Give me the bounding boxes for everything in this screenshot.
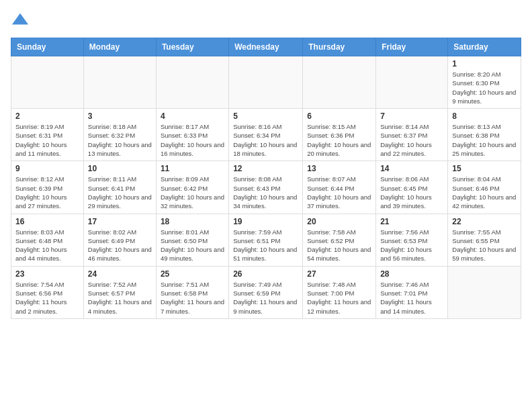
- day-number: 4: [161, 111, 224, 121]
- calendar-week-1: 1Sunrise: 8:20 AMSunset: 6:30 PMDaylight…: [11, 56, 521, 109]
- calendar-cell: 10Sunrise: 8:11 AMSunset: 6:41 PMDayligh…: [83, 161, 156, 214]
- col-header-monday: Monday: [83, 38, 156, 56]
- calendar-cell: 2Sunrise: 8:19 AMSunset: 6:31 PMDaylight…: [11, 109, 84, 161]
- day-number: 24: [88, 269, 152, 279]
- calendar-cell: [11, 56, 84, 109]
- calendar-cell: 19Sunrise: 7:59 AMSunset: 6:51 PMDayligh…: [229, 214, 303, 266]
- day-info: Sunrise: 7:48 AMSunset: 7:00 PMDaylight:…: [307, 280, 371, 316]
- day-number: 28: [380, 269, 443, 279]
- day-number: 5: [233, 111, 298, 121]
- calendar-cell: [303, 56, 376, 109]
- calendar-cell: 14Sunrise: 8:06 AMSunset: 6:45 PMDayligh…: [376, 161, 448, 214]
- day-info: Sunrise: 8:14 AMSunset: 6:37 PMDaylight:…: [380, 122, 443, 158]
- col-header-saturday: Saturday: [448, 38, 521, 56]
- calendar-cell: 8Sunrise: 8:13 AMSunset: 6:38 PMDaylight…: [448, 109, 521, 161]
- day-number: 2: [15, 111, 79, 121]
- day-info: Sunrise: 8:06 AMSunset: 6:45 PMDaylight:…: [380, 175, 443, 210]
- day-number: 8: [452, 111, 517, 121]
- day-number: 18: [161, 217, 224, 226]
- calendar-cell: 22Sunrise: 7:55 AMSunset: 6:55 PMDayligh…: [448, 214, 521, 266]
- calendar-cell: 23Sunrise: 7:54 AMSunset: 6:56 PMDayligh…: [11, 266, 84, 318]
- day-number: 6: [307, 111, 371, 121]
- day-number: 16: [15, 217, 79, 226]
- calendar-cell: 15Sunrise: 8:04 AMSunset: 6:46 PMDayligh…: [448, 161, 521, 214]
- day-info: Sunrise: 7:59 AMSunset: 6:51 PMDaylight:…: [233, 228, 298, 263]
- calendar-week-4: 16Sunrise: 8:03 AMSunset: 6:48 PMDayligh…: [11, 214, 521, 266]
- col-header-sunday: Sunday: [11, 38, 84, 56]
- day-number: 14: [380, 164, 443, 173]
- calendar-cell: 21Sunrise: 7:56 AMSunset: 6:53 PMDayligh…: [376, 214, 448, 266]
- calendar-cell: 6Sunrise: 8:15 AMSunset: 6:36 PMDaylight…: [303, 109, 376, 161]
- calendar-cell: 17Sunrise: 8:02 AMSunset: 6:49 PMDayligh…: [83, 214, 156, 266]
- day-info: Sunrise: 8:07 AMSunset: 6:44 PMDaylight:…: [307, 175, 371, 210]
- calendar-cell: 26Sunrise: 7:49 AMSunset: 6:59 PMDayligh…: [229, 266, 303, 318]
- day-info: Sunrise: 7:56 AMSunset: 6:53 PMDaylight:…: [380, 228, 443, 263]
- calendar-cell: 9Sunrise: 8:12 AMSunset: 6:39 PMDaylight…: [11, 161, 84, 214]
- calendar-header-row: SundayMondayTuesdayWednesdayThursdayFrid…: [11, 38, 521, 56]
- calendar-cell: 16Sunrise: 8:03 AMSunset: 6:48 PMDayligh…: [11, 214, 84, 266]
- col-header-friday: Friday: [376, 38, 448, 56]
- day-info: Sunrise: 8:19 AMSunset: 6:31 PMDaylight:…: [15, 122, 79, 158]
- day-number: 23: [15, 269, 79, 279]
- calendar-week-3: 9Sunrise: 8:12 AMSunset: 6:39 PMDaylight…: [11, 161, 521, 214]
- day-info: Sunrise: 8:15 AMSunset: 6:36 PMDaylight:…: [307, 122, 371, 158]
- day-info: Sunrise: 8:02 AMSunset: 6:49 PMDaylight:…: [88, 228, 152, 263]
- day-info: Sunrise: 7:58 AMSunset: 6:52 PMDaylight:…: [307, 228, 371, 263]
- calendar-cell: 27Sunrise: 7:48 AMSunset: 7:00 PMDayligh…: [303, 266, 376, 318]
- calendar-cell: 12Sunrise: 8:08 AMSunset: 6:43 PMDayligh…: [229, 161, 303, 214]
- day-number: 7: [380, 111, 443, 121]
- day-number: 3: [88, 111, 152, 121]
- calendar-cell: 24Sunrise: 7:52 AMSunset: 6:57 PMDayligh…: [83, 266, 156, 318]
- col-header-wednesday: Wednesday: [229, 38, 303, 56]
- day-number: 26: [233, 269, 298, 279]
- calendar-cell: 13Sunrise: 8:07 AMSunset: 6:44 PMDayligh…: [303, 161, 376, 214]
- calendar-week-2: 2Sunrise: 8:19 AMSunset: 6:31 PMDaylight…: [11, 109, 521, 161]
- day-number: 1: [452, 59, 517, 68]
- day-info: Sunrise: 8:12 AMSunset: 6:39 PMDaylight:…: [15, 175, 79, 210]
- day-info: Sunrise: 7:52 AMSunset: 6:57 PMDaylight:…: [88, 280, 152, 316]
- day-info: Sunrise: 8:01 AMSunset: 6:50 PMDaylight:…: [161, 228, 224, 263]
- day-info: Sunrise: 7:46 AMSunset: 7:01 PMDaylight:…: [380, 280, 443, 316]
- day-info: Sunrise: 8:03 AMSunset: 6:48 PMDaylight:…: [15, 228, 79, 263]
- day-number: 20: [307, 217, 371, 226]
- day-info: Sunrise: 8:04 AMSunset: 6:46 PMDaylight:…: [452, 175, 517, 210]
- col-header-thursday: Thursday: [303, 38, 376, 56]
- day-number: 21: [380, 217, 443, 226]
- day-info: Sunrise: 7:49 AMSunset: 6:59 PMDaylight:…: [233, 280, 298, 316]
- day-info: Sunrise: 8:16 AMSunset: 6:34 PMDaylight:…: [233, 122, 298, 158]
- logo-icon: [11, 11, 30, 30]
- calendar-cell: [376, 56, 448, 109]
- day-info: Sunrise: 7:54 AMSunset: 6:56 PMDaylight:…: [15, 280, 79, 316]
- svg-marker-0: [12, 13, 28, 25]
- day-number: 19: [233, 217, 298, 226]
- day-info: Sunrise: 8:08 AMSunset: 6:43 PMDaylight:…: [233, 175, 298, 210]
- calendar-cell: 11Sunrise: 8:09 AMSunset: 6:42 PMDayligh…: [156, 161, 228, 214]
- day-number: 11: [161, 164, 224, 173]
- calendar-cell: 7Sunrise: 8:14 AMSunset: 6:37 PMDaylight…: [376, 109, 448, 161]
- calendar-cell: 18Sunrise: 8:01 AMSunset: 6:50 PMDayligh…: [156, 214, 228, 266]
- calendar-cell: 5Sunrise: 8:16 AMSunset: 6:34 PMDaylight…: [229, 109, 303, 161]
- calendar-cell: 4Sunrise: 8:17 AMSunset: 6:33 PMDaylight…: [156, 109, 228, 161]
- logo: [11, 11, 32, 30]
- day-info: Sunrise: 7:51 AMSunset: 6:58 PMDaylight:…: [161, 280, 224, 316]
- day-info: Sunrise: 7:55 AMSunset: 6:55 PMDaylight:…: [452, 228, 517, 263]
- calendar-cell: [229, 56, 303, 109]
- calendar-cell: [83, 56, 156, 109]
- day-number: 25: [161, 269, 224, 279]
- calendar-cell: 1Sunrise: 8:20 AMSunset: 6:30 PMDaylight…: [448, 56, 521, 109]
- calendar-cell: 25Sunrise: 7:51 AMSunset: 6:58 PMDayligh…: [156, 266, 228, 318]
- day-number: 27: [307, 269, 371, 279]
- day-info: Sunrise: 8:17 AMSunset: 6:33 PMDaylight:…: [161, 122, 224, 158]
- calendar-cell: 28Sunrise: 7:46 AMSunset: 7:01 PMDayligh…: [376, 266, 448, 318]
- calendar-cell: 20Sunrise: 7:58 AMSunset: 6:52 PMDayligh…: [303, 214, 376, 266]
- day-info: Sunrise: 8:09 AMSunset: 6:42 PMDaylight:…: [161, 175, 224, 210]
- day-number: 17: [88, 217, 152, 226]
- day-info: Sunrise: 8:18 AMSunset: 6:32 PMDaylight:…: [88, 122, 152, 158]
- calendar-cell: [156, 56, 228, 109]
- day-number: 13: [307, 164, 371, 173]
- day-info: Sunrise: 8:11 AMSunset: 6:41 PMDaylight:…: [88, 175, 152, 210]
- day-number: 12: [233, 164, 298, 173]
- day-info: Sunrise: 8:20 AMSunset: 6:30 PMDaylight:…: [452, 70, 517, 105]
- day-number: 22: [452, 217, 517, 226]
- day-number: 15: [452, 164, 517, 173]
